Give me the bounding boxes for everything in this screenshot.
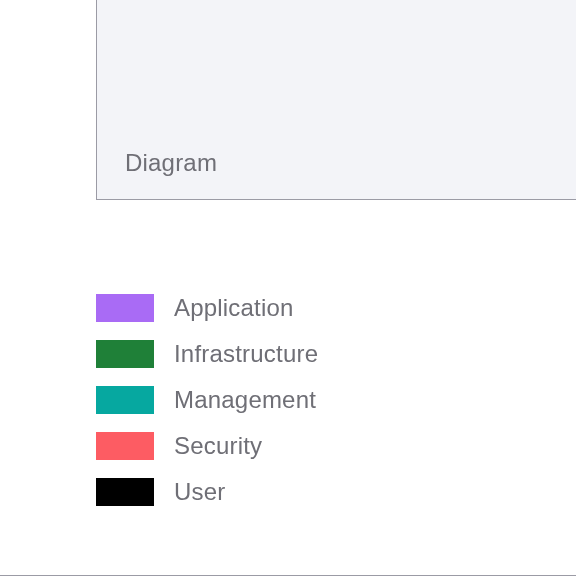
legend-item: User bbox=[96, 478, 318, 506]
legend-swatch-management bbox=[96, 386, 154, 414]
legend-swatch-user bbox=[96, 478, 154, 506]
legend-swatch-infrastructure bbox=[96, 340, 154, 368]
legend-item: Management bbox=[96, 386, 318, 414]
diagram-placeholder: Diagram bbox=[96, 0, 576, 200]
legend-label: Application bbox=[174, 294, 294, 322]
legend-label: User bbox=[174, 478, 225, 506]
legend-item: Application bbox=[96, 294, 318, 322]
legend-label: Security bbox=[174, 432, 262, 460]
legend: Application Infrastructure Management Se… bbox=[96, 294, 318, 506]
legend-item: Security bbox=[96, 432, 318, 460]
legend-swatch-security bbox=[96, 432, 154, 460]
legend-label: Management bbox=[174, 386, 316, 414]
legend-item: Infrastructure bbox=[96, 340, 318, 368]
bottom-divider bbox=[0, 575, 576, 576]
diagram-label: Diagram bbox=[125, 149, 217, 177]
legend-swatch-application bbox=[96, 294, 154, 322]
legend-label: Infrastructure bbox=[174, 340, 318, 368]
